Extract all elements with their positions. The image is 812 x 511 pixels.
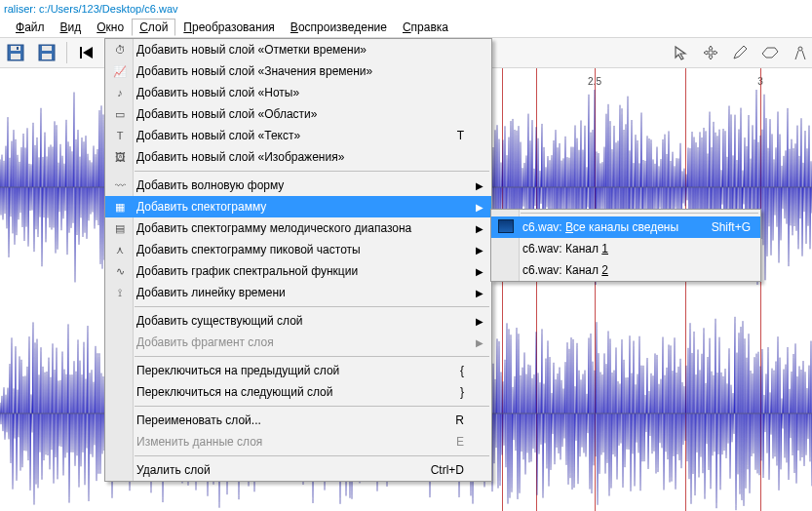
- menu-window[interactable]: Окно: [89, 19, 132, 36]
- pencil-tool-icon[interactable]: [732, 45, 748, 60]
- menu-layer[interactable]: Слой: [132, 19, 175, 36]
- menu-item[interactable]: TДобавить новый слой «Текст»T: [105, 125, 491, 146]
- layer-type-icon: ▦: [111, 201, 129, 214]
- menu-help[interactable]: Справка: [395, 19, 456, 36]
- arrow-tool-icon[interactable]: [674, 45, 689, 60]
- chevron-right-icon: ▶: [476, 202, 483, 213]
- menu-separator: [135, 356, 489, 357]
- chevron-right-icon: ▶: [476, 316, 483, 327]
- menu-item[interactable]: Переключиться на следующий слой}: [105, 381, 491, 403]
- menu-item[interactable]: ♪Добавить новый слой «Ноты»: [105, 82, 491, 103]
- menu-item[interactable]: Удалить слойCtrl+D: [105, 459, 491, 481]
- svg-rect-5: [42, 46, 52, 51]
- eraser-tool-icon[interactable]: [761, 46, 779, 59]
- save-button-2[interactable]: [33, 39, 60, 66]
- save-button[interactable]: [2, 39, 29, 66]
- layer-type-icon: 〰: [111, 179, 129, 191]
- move-tool-icon[interactable]: [703, 45, 718, 60]
- menu-item: Изменить данные слояE: [105, 431, 491, 452]
- submenu-item[interactable]: c6.wav: Все каналы сведеныShift+G: [491, 216, 760, 238]
- menu-item[interactable]: ▤Добавить спектограмму мелодического диа…: [105, 217, 491, 239]
- chevron-right-icon: ▶: [476, 180, 483, 191]
- chevron-right-icon: ▶: [476, 223, 483, 234]
- chevron-right-icon: ▶: [476, 266, 483, 277]
- menu-separator: [135, 171, 489, 172]
- chevron-right-icon: ▶: [476, 245, 483, 256]
- measure-tool-icon[interactable]: [793, 45, 808, 60]
- chevron-right-icon: ▶: [476, 337, 483, 348]
- layer-type-icon: T: [111, 130, 129, 141]
- menu-item[interactable]: ▦Добавить спектограмму▶: [105, 196, 491, 217]
- menu-separator: [135, 406, 489, 407]
- layer-type-icon: ▭: [111, 108, 129, 121]
- layer-menu-dropdown: ⏱Добавить новый слой «Отметки времени»📈Д…: [104, 38, 492, 482]
- layer-type-icon: ▤: [111, 222, 129, 235]
- svg-rect-6: [42, 54, 52, 59]
- toolbar-separator: [66, 42, 67, 63]
- menu-view[interactable]: Вид: [53, 19, 90, 36]
- svg-marker-8: [83, 47, 93, 59]
- menu-item[interactable]: ⋏Добавить спектограмму пиковой частоты▶: [105, 239, 491, 260]
- layer-type-icon: ⟟: [111, 287, 129, 299]
- chevron-right-icon: ▶: [476, 288, 483, 298]
- spectrogram-icon: [497, 219, 515, 235]
- menu-item[interactable]: 〰Добавить волновую форму▶: [105, 175, 491, 196]
- layer-type-icon: ∿: [111, 265, 129, 278]
- svg-rect-3: [17, 47, 19, 50]
- menu-bar: Файл Вид Окно Слой Преобразования Воспро…: [0, 18, 812, 37]
- menu-separator: [521, 213, 758, 214]
- menu-file[interactable]: Файл: [8, 19, 53, 36]
- layer-type-icon: ♪: [111, 87, 129, 98]
- menu-item[interactable]: ▭Добавить новый слой «Области»: [105, 103, 491, 125]
- menu-item[interactable]: ∿Добавить график спектральной функции▶: [105, 260, 491, 282]
- menu-separator: [135, 306, 489, 307]
- layer-type-icon: 🖼: [111, 151, 129, 163]
- submenu-item[interactable]: c6.wav: Канал 1: [491, 238, 760, 259]
- menu-transform[interactable]: Преобразования: [175, 19, 283, 36]
- menu-item: Добавить фрагмент слоя▶: [105, 332, 491, 353]
- layer-type-icon: ⏱: [111, 44, 129, 56]
- menu-playback[interactable]: Воспроизведение: [283, 19, 395, 36]
- svg-rect-7: [80, 47, 82, 59]
- window-title: raliser: c:/Users/123/Desktop/c6.wav: [0, 0, 812, 18]
- tool-palette: [674, 39, 808, 66]
- layer-type-icon: 📈: [111, 65, 129, 78]
- skip-start-button[interactable]: [73, 39, 100, 66]
- svg-rect-2: [11, 54, 20, 59]
- menu-item[interactable]: ⏱Добавить новый слой «Отметки времени»: [105, 39, 491, 60]
- menu-item[interactable]: Переименовать слой...R: [105, 410, 491, 431]
- menu-item[interactable]: 🖼Добавить новый слой «Изображения»: [105, 146, 491, 168]
- submenu-item[interactable]: c6.wav: Канал 2: [491, 259, 760, 281]
- menu-item[interactable]: ⟟Добавить линейку времени▶: [105, 282, 491, 303]
- menu-item[interactable]: Добавить существующий слой▶: [105, 310, 491, 332]
- menu-item[interactable]: 📈Добавить новый слой «Значения времени»: [105, 60, 491, 82]
- menu-separator: [135, 455, 489, 456]
- svg-point-9: [798, 47, 802, 51]
- svg-rect-1: [11, 46, 20, 51]
- layer-type-icon: ⋏: [111, 244, 129, 256]
- add-spectrogram-submenu: c6.wav: Все каналы сведеныShift+Gc6.wav:…: [490, 209, 761, 282]
- menu-item[interactable]: Переключиться на предыдущий слой{: [105, 360, 491, 381]
